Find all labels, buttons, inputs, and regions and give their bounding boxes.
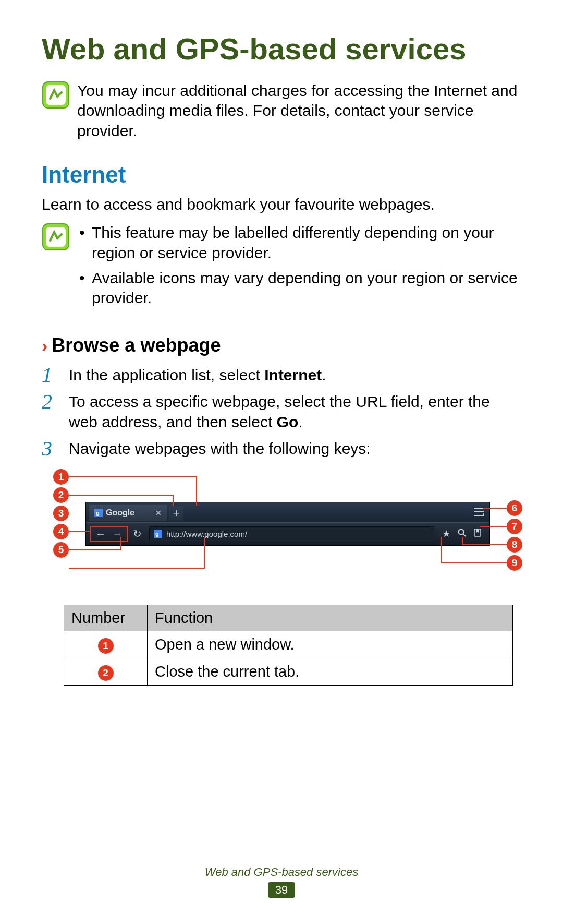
new-tab-button[interactable]: + [169,506,183,521]
note-bullet-2: Available icons may vary depending on yo… [77,268,521,308]
bookmark-star-icon[interactable]: ★ [438,528,454,539]
callout-8: 8 [507,537,522,553]
step-bold: Internet [264,366,322,383]
step-number: 3 [42,435,52,462]
note-block-1: You may incur additional charges for acc… [42,81,521,141]
svg-text:g: g [96,510,100,516]
tab-label: Google [106,508,134,518]
close-tab-icon[interactable]: ✕ [155,509,162,517]
step-text: . [298,413,302,430]
svg-marker-12 [476,529,479,533]
intro-text: Learn to access and bookmark your favour… [42,194,521,214]
callout-7: 7 [507,519,522,534]
page-title: Web and GPS-based services [42,31,521,66]
callout-inline-1: 1 [98,638,114,654]
tab-strip: g Google ✕ + [86,502,489,522]
forward-button-icon[interactable]: → [109,527,126,541]
chevron-icon: › [42,335,47,356]
callout-5: 5 [53,542,69,558]
function-table: Number Function 1 Open a new window. 2 C… [64,605,513,686]
note-text-1: You may incur additional charges for acc… [77,81,521,141]
table-row: 1 Open a new window. [64,631,513,658]
url-bar[interactable]: g http://www.google.com/ [149,526,434,541]
step-text: . [322,366,326,383]
svg-point-9 [459,529,464,534]
step-text: In the application list, select [69,366,264,383]
step-number: 1 [42,362,52,389]
url-text: http://www.google.com/ [166,530,247,538]
menu-icon[interactable] [474,508,484,518]
nav-box: ← → [90,526,128,542]
step-number: 2 [42,388,52,415]
bookmarks-list-icon[interactable] [470,529,485,539]
callout-9: 9 [507,555,522,571]
callout-2: 2 [53,487,69,503]
page-footer: Web and GPS-based services 39 [0,866,563,898]
table-header-number: Number [64,605,148,631]
browser-bar: g Google ✕ + ← → ↻ g [85,502,490,546]
table-func-1: Open a new window. [148,631,513,658]
table-func-2: Close the current tab. [148,658,513,685]
callout-4: 4 [53,524,69,539]
note-icon [42,81,70,109]
note-bullet-1: This feature may be labelled differently… [77,223,521,263]
step-2: 2 To access a specific webpage, select t… [42,391,521,432]
table-row: 2 Close the current tab. [64,658,513,685]
browser-diagram: 1 2 3 4 5 6 7 8 9 g Google ✕ + [53,469,522,584]
google-favicon-icon: g [94,509,103,517]
table-header-function: Function [148,605,513,631]
back-button-icon[interactable]: ← [92,527,109,541]
subsection-title: Browse a webpage [52,334,221,356]
svg-line-10 [463,534,466,536]
callout-inline-2: 2 [98,665,114,681]
search-icon[interactable] [454,529,470,539]
callout-1: 1 [53,469,69,485]
step-text: Navigate webpages with the following key… [69,440,371,457]
reload-icon[interactable]: ↻ [130,526,145,541]
note-icon [42,223,70,251]
note-block-2: This feature may be labelled differently… [42,223,521,314]
browser-toolbar: ← → ↻ g http://www.google.com/ ★ [86,522,489,545]
browser-tab[interactable]: g Google ✕ [89,505,167,521]
section-heading-internet: Internet [42,162,521,188]
page-number: 39 [268,882,295,898]
footer-title: Web and GPS-based services [0,866,563,879]
step-bold: Go [277,413,299,430]
url-favicon-icon: g [154,530,162,538]
callout-6: 6 [507,500,522,516]
step-3: 3 Navigate webpages with the following k… [42,438,521,459]
step-1: 1 In the application list, select Intern… [42,365,521,385]
callout-3: 3 [53,506,69,521]
svg-text:g: g [155,531,159,537]
